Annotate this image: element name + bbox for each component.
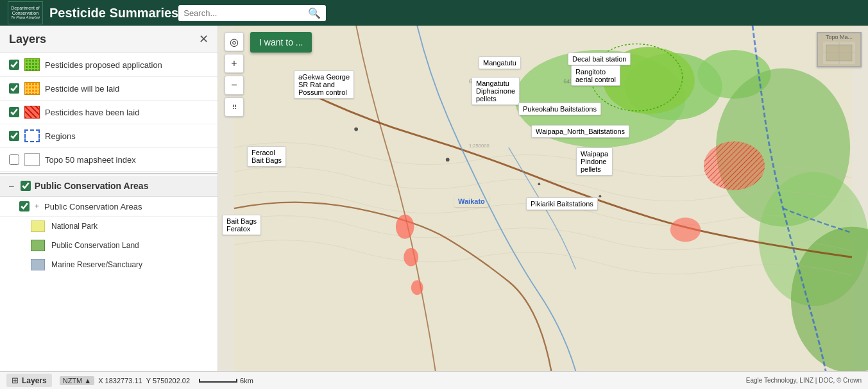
map-controls: ◎ + − ⠿ — [225, 32, 244, 117]
svg-point-13 — [411, 280, 423, 295]
swatch-regions — [24, 129, 40, 142]
svg-point-12 — [404, 248, 418, 267]
app-header: Department of Conservation Te Papa Atawb… — [0, 0, 868, 26]
search-container: 🔍 — [178, 5, 326, 21]
layer-item-regions: Regions — [0, 124, 217, 148]
pca-sub-layer-item: + Public Conservation Areas — [0, 197, 217, 217]
map-attribution: Eagle Technology, LINZ | DOC, © Crown — [746, 377, 862, 384]
sidebar: Layers ✕ Pesticides proposed application… — [0, 26, 218, 371]
layer-label-laid: Pesticides have been laid — [45, 108, 139, 117]
scale-line — [199, 379, 237, 383]
layer-checkbox-topo50[interactable] — [9, 154, 19, 165]
layer-label-will-be-laid: Pesticide will be laid — [45, 84, 119, 94]
layer-label-topo50: Topo 50 mapsheet index — [45, 155, 136, 165]
page-title: Pesticide Summaries — [49, 6, 178, 21]
layers-tab[interactable]: ⊞ Layers — [6, 374, 52, 387]
zoom-out-button[interactable]: − — [225, 76, 244, 95]
svg-point-19 — [599, 195, 601, 197]
legend-label-marine-reserve: Marine Reserve/Sanctuary — [51, 260, 142, 269]
logo-container: Department of Conservation Te Papa Atawb… — [8, 1, 178, 24]
locate-button[interactable]: ◎ — [225, 32, 244, 51]
legend-marine-reserve: Marine Reserve/Sanctuary — [0, 255, 217, 274]
map-area[interactable]: 620000 640000 1:250000 ◎ + − ⠿ I want to… — [218, 26, 868, 371]
pca-collapse-icon[interactable]: – — [9, 181, 14, 191]
pca-sub-label: Public Conservation Areas — [44, 202, 142, 211]
scale-bar: 6km — [199, 377, 253, 385]
zoom-in-button[interactable]: + — [225, 54, 244, 73]
pca-section-header: – Public Conservation Areas — [0, 176, 217, 197]
svg-point-16 — [354, 128, 358, 131]
pca-section-label: Public Conservation Areas — [35, 181, 149, 191]
pca-checkbox[interactable] — [21, 181, 31, 191]
svg-point-18 — [538, 183, 540, 185]
topo-thumbnail[interactable]: Topo Ma... — [817, 32, 862, 67]
legend-conservation-land: Public Conservation Land — [0, 236, 217, 255]
swatch-topo50 — [24, 153, 40, 166]
sidebar-close-button[interactable]: ✕ — [199, 32, 208, 46]
coord-x: X 1832773.11 — [98, 377, 142, 385]
layer-checkbox-proposed[interactable] — [9, 60, 19, 70]
divider — [0, 173, 217, 174]
nztm-badge: NZTM ▲ — [60, 376, 95, 385]
search-button[interactable]: 🔍 — [308, 7, 321, 19]
svg-point-10 — [704, 142, 765, 190]
topo-label: Topo Ma... — [823, 34, 855, 40]
layer-label-proposed: Pesticides proposed application — [45, 60, 162, 70]
drag-handle-button[interactable]: ⠿ — [225, 97, 244, 117]
svg-text:620000: 620000 — [469, 78, 488, 85]
layer-label-regions: Regions — [45, 131, 76, 141]
svg-point-7 — [603, 47, 695, 114]
legend-national-park: National Park — [0, 217, 217, 236]
swatch-will-be-laid — [24, 82, 40, 95]
svg-point-14 — [670, 217, 701, 242]
i-want-to-button[interactable]: I want to — [250, 32, 312, 53]
layer-item-laid: Pesticides have been laid — [0, 101, 217, 124]
pca-expand-icon[interactable]: + — [35, 202, 39, 211]
svg-point-17 — [446, 158, 450, 161]
doc-logo: Department of Conservation Te Papa Atawb… — [8, 1, 43, 24]
legend-swatch-conservation-land — [31, 240, 45, 251]
legend-swatch-national-park — [31, 220, 45, 232]
layer-item-proposed: Pesticides proposed application — [0, 53, 217, 77]
logo-text: Department of Conservation Te Papa Atawb… — [11, 6, 40, 20]
svg-text:640000: 640000 — [563, 78, 582, 85]
pca-sub-checkbox[interactable] — [19, 201, 30, 211]
sidebar-header: Layers ✕ — [0, 26, 217, 53]
bottom-bar: ⊞ Layers NZTM ▲ X 1832773.11 Y 5750202.0… — [0, 371, 868, 389]
search-input[interactable] — [183, 8, 308, 18]
coord-y: Y 5750202.02 — [146, 377, 190, 385]
sidebar-title: Layers — [9, 33, 46, 46]
scale-bar-container: NZTM ▲ X 1832773.11 Y 5750202.02 6km — [60, 376, 253, 385]
layer-item-will-be-laid: Pesticide will be laid — [0, 77, 217, 101]
svg-point-11 — [396, 215, 414, 239]
map-svg: 620000 640000 1:250000 — [218, 26, 868, 371]
legend-label-conservation-land: Public Conservation Land — [51, 241, 139, 250]
layer-checkbox-regions[interactable] — [9, 131, 19, 141]
layers-tab-label: Layers — [22, 376, 47, 385]
layers-tab-icon: ⊞ — [12, 376, 19, 385]
legend-label-national-park: National Park — [51, 222, 98, 231]
layer-item-topo50: Topo 50 mapsheet index — [0, 148, 217, 172]
scale-label: 6km — [240, 377, 253, 385]
layer-checkbox-laid[interactable] — [9, 107, 19, 117]
main-container: Layers ✕ Pesticides proposed application… — [0, 26, 868, 371]
legend-swatch-marine-reserve — [31, 259, 45, 270]
layer-checkbox-will-be-laid[interactable] — [9, 83, 19, 94]
svg-text:1:250000: 1:250000 — [469, 143, 489, 149]
swatch-laid — [24, 106, 40, 119]
swatch-proposed — [24, 58, 40, 71]
